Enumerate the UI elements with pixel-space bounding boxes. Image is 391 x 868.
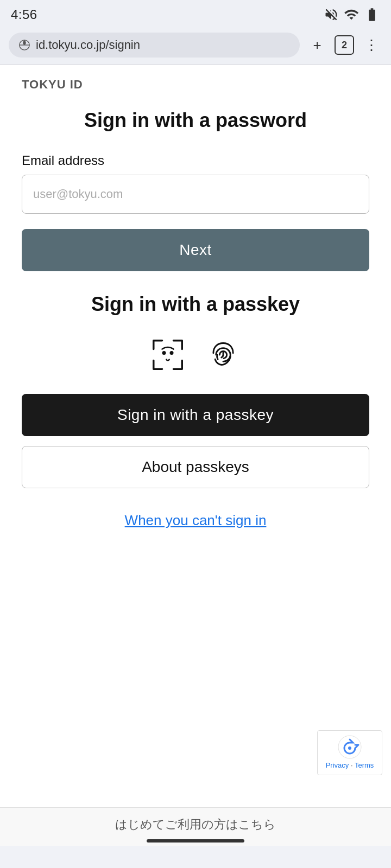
url-security-icon: [18, 39, 30, 51]
status-time: 4:56: [11, 7, 37, 22]
face-scan-icon: [148, 335, 187, 374]
about-passkeys-button[interactable]: About passkeys: [22, 446, 369, 488]
status-icons: [324, 7, 380, 22]
fingerprint-icon: [204, 335, 243, 374]
sign-in-passkey-button[interactable]: Sign in with a passkey: [22, 394, 369, 436]
tab-count-button[interactable]: 2: [335, 35, 354, 55]
status-bar: 4:56: [0, 0, 391, 28]
url-bar[interactable]: id.tokyu.co.jp/signin: [9, 33, 300, 58]
battery-icon: [364, 7, 380, 22]
mute-icon: [324, 7, 339, 22]
recaptcha-text: Privacy · Terms: [326, 761, 374, 770]
brand-title: TOKYU ID: [22, 78, 369, 92]
svg-point-5: [348, 746, 351, 750]
page-content: TOKYU ID Sign in with a password Email a…: [0, 65, 391, 846]
home-indicator: [147, 839, 244, 843]
url-text: id.tokyu.co.jp/signin: [36, 38, 140, 52]
passkey-icons-row: [22, 335, 369, 374]
add-tab-button[interactable]: +: [306, 34, 328, 56]
browser-menu-button[interactable]: ⋮: [361, 34, 382, 56]
email-input[interactable]: [22, 175, 369, 214]
terms-link[interactable]: Terms: [355, 761, 374, 769]
passkey-section-heading: Sign in with a passkey: [22, 293, 369, 316]
svg-point-2: [162, 351, 166, 355]
footer-text: はじめてご利用の方はこちら: [115, 818, 276, 831]
cant-signin-link[interactable]: When you can't sign in: [22, 512, 369, 529]
browser-bar: id.tokyu.co.jp/signin + 2 ⋮: [0, 28, 391, 65]
footer-bar: はじめてご利用の方はこちら: [0, 807, 391, 846]
recaptcha-badge: Privacy · Terms: [317, 730, 382, 775]
recaptcha-logo: [338, 735, 362, 759]
privacy-link[interactable]: Privacy: [326, 761, 351, 769]
email-label: Email address: [22, 153, 369, 168]
passkey-section: Sign in with a passkey: [22, 293, 369, 512]
wifi-icon: [343, 7, 360, 22]
password-section: Sign in with a password Email address Ne…: [22, 108, 369, 293]
password-section-heading: Sign in with a password: [22, 108, 369, 133]
svg-point-3: [170, 351, 174, 355]
next-button[interactable]: Next: [22, 229, 369, 271]
